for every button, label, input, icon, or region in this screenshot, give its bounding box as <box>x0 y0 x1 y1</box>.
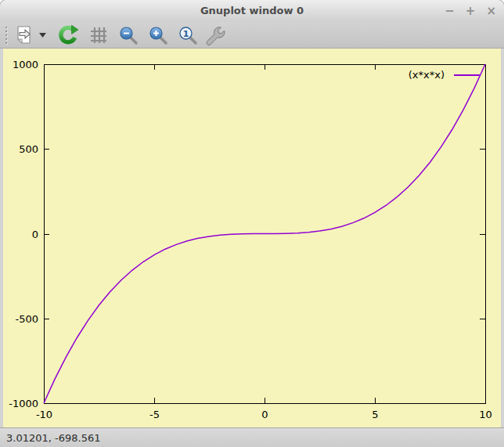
x-tick-label: 5 <box>372 409 378 420</box>
zoom-out-button[interactable] <box>116 23 141 48</box>
zoom-in-button[interactable] <box>146 23 171 48</box>
window-title: Gnuplot window 0 <box>0 0 504 22</box>
wrench-icon <box>205 24 227 46</box>
export-icon <box>13 25 34 45</box>
status-coordinates: 3.01201, -698.561 <box>6 432 100 444</box>
legend-line-sample <box>454 74 481 76</box>
gnuplot-window: Gnuplot window 0 − + × <box>0 0 504 447</box>
minimize-button[interactable]: − <box>445 5 455 17</box>
zoom-reset-icon: 1 <box>178 25 198 45</box>
y-tick-label: -1000 <box>9 398 38 409</box>
settings-button[interactable] <box>203 23 229 48</box>
y-tick-label: -500 <box>15 313 38 325</box>
zoom-in-icon <box>148 25 168 45</box>
statusbar: 3.01201, -698.561 <box>0 427 504 447</box>
x-tick-label: -5 <box>149 409 160 420</box>
grid-icon <box>88 25 109 45</box>
legend-label: (x*x*x) <box>409 70 445 81</box>
curve-x-cubed <box>44 64 485 403</box>
y-tick-label: 0 <box>32 229 38 240</box>
y-tick-label: 500 <box>19 143 38 155</box>
grid-toggle-button[interactable] <box>86 23 111 48</box>
maximize-button[interactable]: + <box>466 5 476 17</box>
toolbar: 1 <box>0 22 504 49</box>
window-controls: − + × <box>445 0 496 22</box>
toolbar-drag-handle[interactable] <box>2 24 9 46</box>
plot-canvas[interactable]: -10-50510-1000-50005001000 (x*x*x) <box>3 49 501 427</box>
export-dropdown-button[interactable] <box>36 23 49 48</box>
refresh-button[interactable] <box>55 23 80 48</box>
zoom-reset-button[interactable]: 1 <box>175 23 200 48</box>
x-tick-label: 0 <box>261 409 268 420</box>
svg-text:1: 1 <box>183 28 189 38</box>
close-button[interactable]: × <box>486 5 496 17</box>
y-tick-label: 1000 <box>13 59 38 70</box>
plot-svg: -10-50510-1000-50005001000 <box>3 49 501 427</box>
dropdown-arrow-icon <box>39 33 46 38</box>
export-button[interactable] <box>11 23 36 48</box>
zoom-out-icon <box>118 25 139 45</box>
legend: (x*x*x) <box>409 70 481 81</box>
titlebar[interactable]: Gnuplot window 0 − + × <box>0 0 504 23</box>
x-tick-label: -10 <box>36 409 52 420</box>
refresh-icon <box>56 24 78 46</box>
x-tick-label: 10 <box>479 409 492 420</box>
